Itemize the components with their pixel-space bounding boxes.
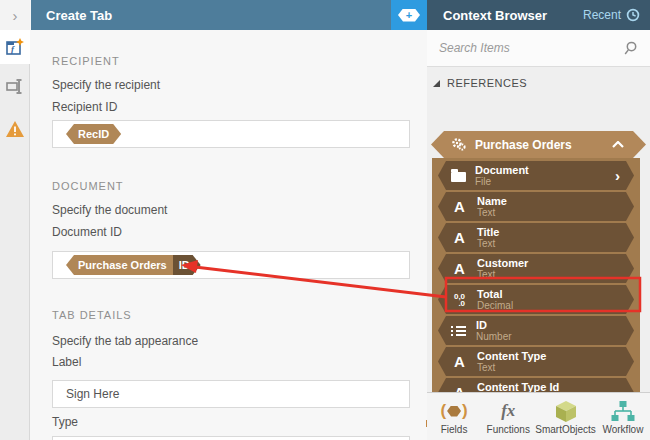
search-input[interactable] <box>439 41 623 55</box>
folder-icon <box>451 172 466 182</box>
search-bar <box>427 30 650 67</box>
tab-functions-label: Functions <box>487 424 530 435</box>
context-field-item[interactable]: Content Type Text <box>438 347 634 376</box>
page-title: Create Tab <box>31 8 391 23</box>
text-icon <box>451 260 468 277</box>
decimal-icon <box>451 293 468 307</box>
tab-smartobjects-label: SmartObjects <box>535 424 596 435</box>
clock-icon <box>626 8 640 22</box>
text-icon <box>451 353 468 370</box>
group-title: Purchase Orders <box>467 138 612 152</box>
context-field-item[interactable]: Name Text <box>438 192 634 221</box>
workflow-icon <box>611 400 635 422</box>
toolbar-item-warnings[interactable] <box>0 112 30 146</box>
fields-icon: () <box>440 400 467 422</box>
recipient-description: Specify the recipient <box>52 78 410 92</box>
purchase-orders-id-token[interactable]: Purchase Orders ID <box>66 255 201 275</box>
add-token-icon: + <box>398 9 420 22</box>
text-icon <box>451 229 468 246</box>
tab-functions[interactable]: fx Functions <box>481 393 535 440</box>
tab-smartobjects[interactable]: SmartObjects <box>535 393 596 440</box>
chevron-up-icon <box>612 141 624 148</box>
label-field-label: Label <box>52 355 410 369</box>
tab-fields[interactable]: () Fields <box>427 393 481 440</box>
numbered-list-icon <box>451 325 467 336</box>
type-input[interactable] <box>52 436 410 440</box>
type-field-label: Type <box>52 415 410 429</box>
document-id-input[interactable]: Purchase Orders ID <box>52 251 410 279</box>
label-input[interactable] <box>66 387 392 401</box>
create-tab-header: Create Tab + <box>31 0 427 30</box>
rename-field-icon <box>6 79 24 95</box>
context-field-item[interactable]: Total Decimal <box>438 285 634 314</box>
context-browser-title: Context Browser <box>443 8 583 23</box>
recent-button[interactable]: Recent <box>583 8 640 22</box>
text-icon <box>451 198 468 215</box>
recipient-id-input[interactable]: RecID <box>52 120 410 148</box>
form-wizard-icon: f <box>6 38 24 56</box>
tab-details-description: Specify the tab appearance <box>52 334 410 348</box>
context-browser-body: REFERENCES Purchase Orders <box>427 67 650 392</box>
create-tab-panel: Create Tab + RECIPIENT Specify the recip… <box>31 0 427 440</box>
recent-label: Recent <box>583 8 621 22</box>
chevron-right-icon: › <box>615 169 620 183</box>
tab-workflow[interactable]: Workflow <box>596 393 650 440</box>
tree-expanded-icon <box>433 80 440 87</box>
context-field-item[interactable]: Document File › <box>438 161 634 190</box>
section-heading-tab-details: TAB DETAILS <box>52 310 410 321</box>
label-input-wrap <box>52 380 410 408</box>
create-tab-form: RECIPIENT Specify the recipient Recipien… <box>31 30 427 440</box>
recid-token[interactable]: RecID <box>66 124 121 144</box>
functions-icon: fx <box>501 400 515 422</box>
context-browser-header: Context Browser Recent <box>427 0 650 30</box>
section-heading-recipient: RECIPIENT <box>52 56 410 67</box>
context-field-item[interactable]: ID Number <box>438 316 634 345</box>
search-icon[interactable] <box>623 41 638 56</box>
collapse-panel-button[interactable]: › <box>0 0 30 30</box>
add-item-button[interactable]: + <box>391 0 427 30</box>
context-browser-panel: Context Browser Recent REFERENCES <box>427 0 650 440</box>
references-toggle[interactable]: REFERENCES <box>427 67 650 95</box>
smartobject-reference-icon <box>451 138 467 151</box>
context-field-item[interactable]: Customer Text <box>438 254 634 283</box>
document-id-label: Document ID <box>52 225 410 239</box>
section-heading-document: DOCUMENT <box>52 181 410 192</box>
recipient-id-label: Recipient ID <box>52 100 410 114</box>
warning-icon <box>5 120 25 138</box>
context-browser-tabbar: () Fields fx Functions SmartObjects <box>427 392 650 440</box>
references-heading: REFERENCES <box>447 77 527 89</box>
tab-workflow-label: Workflow <box>602 424 643 435</box>
purchase-orders-group-header[interactable]: Purchase Orders <box>431 131 646 158</box>
toolbar-item-rename[interactable] <box>0 70 30 104</box>
left-toolbar: › f <box>0 0 30 440</box>
purchase-orders-field-list: Document File › Name Text <box>432 158 640 429</box>
app-window: › f <box>0 0 650 440</box>
context-field-item[interactable]: Title Text <box>438 223 634 252</box>
document-description: Specify the document <box>52 203 410 217</box>
toolbar-item-create-tab[interactable]: f <box>0 30 30 64</box>
tab-fields-label: Fields <box>441 424 468 435</box>
smartobjects-cube-icon <box>555 400 577 422</box>
